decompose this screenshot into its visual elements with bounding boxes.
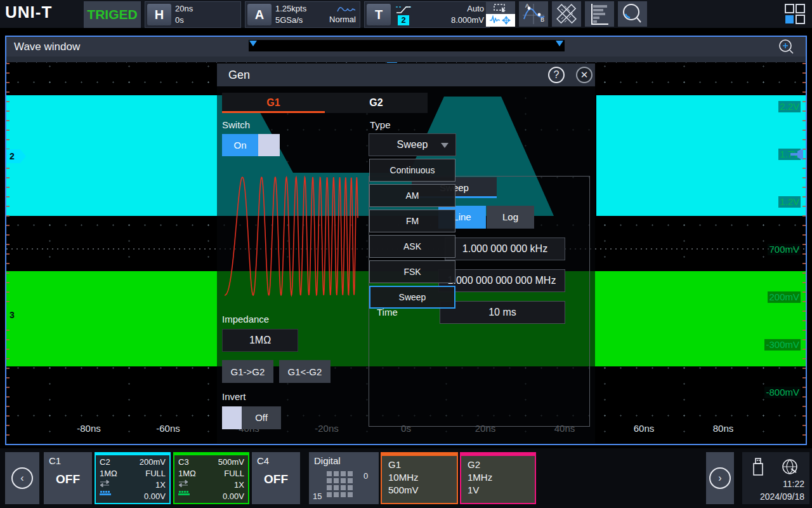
scroll-left-button[interactable]: ‹ [5, 452, 39, 504]
sweep-time-field[interactable]: 10 ms [440, 301, 565, 324]
sweep-stop-frequency-field[interactable]: 1.000 000 000 000 MHz [438, 269, 565, 292]
search-button[interactable] [618, 1, 647, 27]
memory-right-marker[interactable] [556, 41, 563, 46]
curve-ab-icon: AB [521, 3, 546, 25]
help-icon[interactable]: ? [548, 67, 565, 83]
acquire-key[interactable]: A [247, 4, 272, 25]
scroll-right-button[interactable]: › [706, 452, 734, 504]
channel-3-card[interactable]: C3500mV 1MΩFULL 1X 0.00V [173, 452, 249, 504]
memory-window-bar[interactable] [249, 40, 565, 51]
trigger-key[interactable]: T [367, 4, 391, 25]
time-ruler [6, 57, 806, 62]
c3-bandwidth: FULL [224, 468, 244, 479]
brand-logo-text: UNI-T [5, 3, 52, 22]
right-scale-ticks [802, 63, 806, 444]
gen-dialog-titlebar[interactable]: Gen ? ✕ [217, 64, 595, 86]
system-status-area[interactable]: 11:22 2024/09/18 [742, 452, 809, 504]
close-icon[interactable]: ✕ [576, 67, 593, 83]
g1-frequency: 10MHz [388, 471, 450, 484]
chevron-left-icon: ‹ [11, 467, 33, 489]
bottom-channel-bar: ‹ C1 OFF C2200mV 1MΩFULL 1X 0.00V C3500m… [0, 448, 812, 508]
type-dropdown[interactable]: Sweep [369, 133, 456, 156]
switch-toggle[interactable]: On [222, 134, 280, 156]
copy-g2-to-g1-button[interactable]: G1<-G2 [279, 360, 331, 383]
g2-card[interactable]: G2 1MHz 1V [460, 452, 536, 504]
network-globe-icon [782, 458, 798, 475]
c2-trace-band-left [6, 95, 217, 216]
g1-name: G1 [388, 458, 450, 471]
usb-icon [751, 457, 765, 476]
channel-2-card[interactable]: C2200mV 1MΩFULL 1X 0.00V [95, 452, 171, 504]
top-status-bar: UNI-T TRIGED H 20ns 0s A 1.25kpts 5GSa/s… [0, 0, 812, 28]
switch-off-segment[interactable] [258, 134, 280, 156]
c2-probe: 1X [155, 479, 166, 491]
trigger-section[interactable]: T 2 Auto 8.000mV [364, 1, 490, 28]
sweep-start-frequency-field[interactable]: 1.000 000 000 kHz [445, 237, 565, 260]
type-option-fm[interactable]: FM [369, 210, 455, 232]
digital-card[interactable]: Digital 0 15 [309, 452, 379, 504]
horizontal-key[interactable]: H [147, 4, 171, 25]
type-option-ask[interactable]: ASK [369, 235, 455, 258]
c3-scale: 500mV [218, 457, 244, 468]
digital-high-index: 0 [363, 471, 368, 481]
gen-preview-wave [223, 173, 359, 301]
switch-on-segment[interactable]: On [222, 134, 258, 156]
gen-tabs: G1 G2 [222, 93, 428, 113]
coupling-icon [100, 479, 110, 487]
voltage-label: 200mV [768, 291, 801, 303]
digital-channel-grid [327, 471, 355, 499]
c2-impedance: 1MΩ [100, 468, 117, 479]
tab-g1[interactable]: G1 [222, 93, 325, 113]
clock-date: 2024/09/18 [742, 491, 804, 502]
window-layout-icon [784, 3, 806, 25]
gen-dialog-title: Gen [228, 69, 250, 82]
g2-amplitude: 1V [468, 484, 528, 497]
wave-zoom-icon[interactable] [778, 38, 796, 56]
trigger-level-arrow[interactable] [790, 149, 803, 160]
type-dropdown-value: Sweep [397, 139, 428, 150]
memory-depth: 1.25kpts [275, 3, 329, 15]
g1-amplitude: 500mV [388, 484, 450, 497]
voltage-label: -300mV [764, 339, 801, 351]
channel-4-status: OFF [252, 472, 300, 486]
acquire-section[interactable]: A 1.25kpts 5GSa/s Normal [245, 1, 360, 28]
c2-trace-band-right [596, 95, 806, 216]
histogram-button[interactable] [585, 1, 614, 27]
channel-1-card[interactable]: C1 OFF [44, 452, 92, 504]
time-label: 60ns [634, 423, 655, 434]
type-option-sweep[interactable]: Sweep [369, 286, 455, 309]
tab-g2[interactable]: G2 [325, 93, 428, 113]
chevron-right-icon: › [709, 467, 731, 489]
measure-button[interactable] [552, 1, 581, 27]
wave-window-title: Wave window [14, 41, 80, 53]
impedance-label: Impedance [222, 314, 269, 324]
ruler-icon [555, 3, 578, 25]
coupling-icon [178, 479, 188, 487]
oscilloscope-screen: UNI-T TRIGED H 20ns 0s A 1.25kpts 5GSa/s… [0, 0, 812, 508]
curve-ab-button[interactable]: AB [519, 1, 548, 27]
g1-card[interactable]: G1 10MHz 500mV [381, 452, 458, 504]
type-option-continuous[interactable]: Continuous [369, 159, 455, 182]
impedance-button[interactable]: 1MΩ [222, 329, 298, 352]
chevron-down-icon [440, 142, 449, 149]
memory-left-marker[interactable] [249, 41, 257, 46]
type-option-am[interactable]: AM [369, 184, 455, 207]
sweep-scale-log-button[interactable]: Log [487, 206, 534, 229]
g2-frequency: 1MHz [468, 471, 528, 484]
channel-4-card[interactable]: C4 OFF [252, 452, 300, 504]
copy-g1-to-g2-button[interactable]: G1->G2 [222, 360, 273, 383]
c3-impedance: 1MΩ [178, 468, 196, 479]
trigger-slope-icon [395, 4, 412, 15]
invert-on-segment[interactable] [222, 406, 242, 429]
invert-toggle[interactable]: Off [222, 406, 281, 429]
time-label: -80ns [77, 423, 101, 434]
svg-text:B: B [540, 17, 544, 23]
type-option-fsk[interactable]: FSK [369, 260, 455, 283]
horizontal-section[interactable]: H 20ns 0s [145, 1, 241, 28]
voltage-label: 2.2V [778, 101, 801, 112]
select-move-button[interactable] [486, 1, 515, 27]
time-label: 80ns [713, 423, 734, 434]
invert-off-segment[interactable]: Off [242, 406, 281, 429]
window-layout-button[interactable] [784, 3, 806, 27]
ground-icon [178, 491, 190, 497]
